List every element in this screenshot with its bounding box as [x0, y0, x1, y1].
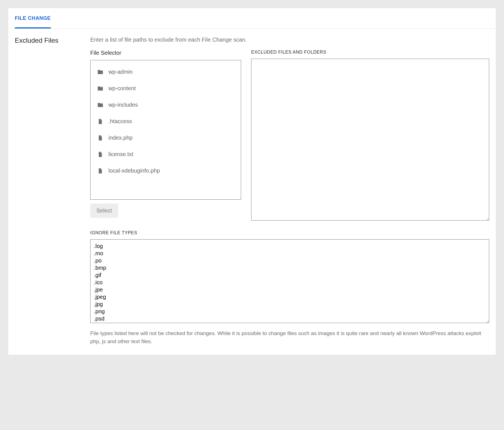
svg-marker-2: [101, 152, 102, 153]
ignore-help-text: File types listed here will not be check…: [90, 329, 489, 345]
file-selector-item-label: wp-includes: [108, 102, 138, 108]
tab-bar: FILE CHANGE: [8, 8, 496, 29]
file-selector-item-label: index.php: [108, 135, 133, 141]
select-button[interactable]: Select: [90, 204, 118, 218]
file-icon: [97, 168, 103, 174]
section-content: Enter a list of file paths to exclude fr…: [90, 37, 489, 345]
section-intro: Enter a list of file paths to exclude fr…: [90, 37, 489, 43]
folder-icon: [97, 102, 103, 108]
file-selector-item-label: .htaccess: [108, 118, 132, 125]
svg-marker-1: [101, 135, 102, 136]
svg-marker-3: [101, 168, 102, 169]
file-selector-item-label: wp-content: [108, 85, 136, 92]
file-selector-item[interactable]: wp-admin: [93, 64, 238, 80]
settings-card: FILE CHANGE Excluded Files Enter a list …: [8, 8, 496, 355]
file-selector-item[interactable]: license.txt: [93, 146, 238, 163]
file-selector-item-label: local-xdebuginfo.php: [108, 168, 160, 174]
file-selector-item[interactable]: index.php: [93, 130, 238, 146]
file-selector-item-label: wp-admin: [108, 69, 133, 75]
file-selector-item[interactable]: wp-includes: [93, 97, 238, 113]
file-selector-item-label: license.txt: [108, 151, 133, 157]
folder-icon: [97, 69, 103, 75]
section-title: Excluded Files: [15, 37, 79, 44]
tab-file-change[interactable]: FILE CHANGE: [15, 8, 51, 28]
excluded-pane: EXCLUDED FILES AND FOLDERS: [251, 50, 489, 222]
file-icon: [97, 151, 103, 157]
file-selector-item[interactable]: .htaccess: [93, 113, 238, 130]
file-selector-heading: File Selector: [90, 50, 241, 56]
file-icon: [97, 118, 103, 125]
ignore-file-types-textarea[interactable]: [90, 239, 489, 323]
file-selector-item[interactable]: local-xdebuginfo.php: [93, 163, 238, 179]
file-selector-pane: File Selector wp-adminwp-contentwp-inclu…: [90, 50, 241, 218]
folder-icon: [97, 85, 103, 92]
settings-body: Excluded Files Enter a list of file path…: [8, 29, 496, 355]
ignore-file-types-heading: IGNORE FILE TYPES: [90, 230, 489, 235]
section-label-column: Excluded Files: [15, 37, 79, 345]
svg-marker-0: [101, 119, 102, 120]
file-selector-list[interactable]: wp-adminwp-contentwp-includes.htaccessin…: [90, 60, 241, 200]
file-selector-item[interactable]: wp-content: [93, 80, 238, 97]
excluded-heading: EXCLUDED FILES AND FOLDERS: [251, 50, 489, 55]
excluded-textarea[interactable]: [251, 59, 489, 221]
file-icon: [97, 135, 103, 141]
file-selector-row: File Selector wp-adminwp-contentwp-inclu…: [90, 50, 489, 222]
